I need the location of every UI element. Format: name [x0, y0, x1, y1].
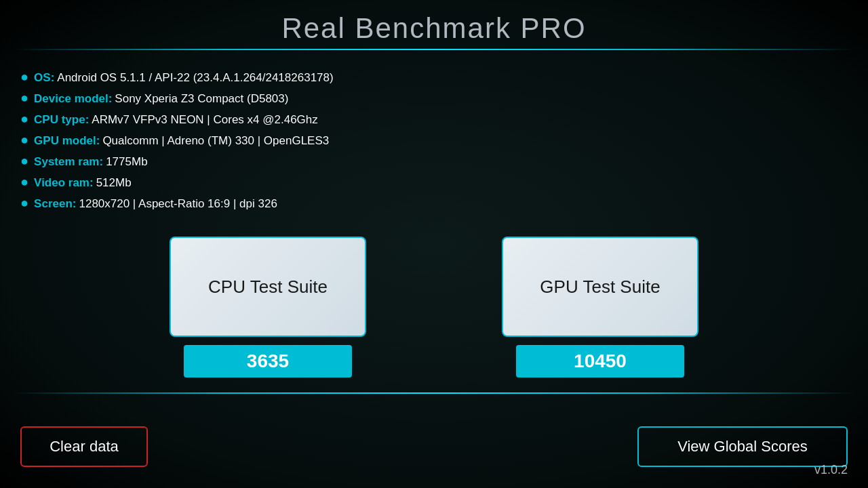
- bullet-system-ram: ●: [20, 153, 28, 169]
- info-section: ● OS: Android OS 5.1.1 / API-22 (23.4.A.…: [0, 56, 868, 216]
- cards-section: CPU Test Suite 3635 GPU Test Suite 10450: [0, 216, 868, 378]
- bottom-section: Clear data View Global Scores v1.0.2: [0, 394, 868, 488]
- bullet-screen: ●: [20, 195, 28, 211]
- bullet-device: ●: [20, 90, 28, 106]
- os-value: Android OS 5.1.1 / API-22 (23.4.A.1.264/…: [57, 71, 333, 85]
- video-ram-row: ● Video ram: 512Mb: [20, 174, 848, 190]
- screen-row: ● Screen: 868x488 | Aspect-Ratio 16:9 |…: [20, 195, 848, 211]
- gpu-score: 10450: [574, 350, 627, 372]
- os-label: OS:: [34, 71, 54, 85]
- device-model-value: Sony Xperia Z3 Compact (D5803): [115, 92, 288, 106]
- system-ram-label: System ram:: [34, 155, 103, 169]
- video-ram-value: 512Mb: [96, 176, 132, 190]
- bullet-gpu-model: ●: [20, 132, 28, 148]
- cpu-score: 3635: [247, 350, 289, 372]
- cpu-type-row: ● CPU type: ARMv7 VFPv3 NEON | Cores x4 …: [20, 111, 848, 127]
- cpu-type-label: CPU type:: [34, 113, 89, 127]
- cpu-test-card[interactable]: CPU Test Suite: [170, 237, 366, 337]
- gpu-score-badge: 10450: [516, 345, 684, 378]
- os-row: ● OS: Android OS 5.1.1 / API-22 (23.4.A.…: [20, 69, 848, 85]
- device-model-label: Device model:: [34, 92, 112, 106]
- screen-label: Screen:: [34, 197, 76, 211]
- cpu-card-label: CPU Test Suite: [208, 277, 328, 298]
- gpu-model-label: GPU model:: [34, 134, 100, 148]
- video-ram-label: Video ram:: [34, 176, 94, 190]
- device-model-row: ● Device model: Sony Xperia Z3 Compact (…: [20, 90, 848, 106]
- version-label: v1.0.2: [814, 463, 848, 477]
- bullet-os: ●: [20, 69, 28, 85]
- screen-value: 868x488 | Aspect-Ratio 16:9 | dpi 326: [79, 197, 277, 211]
- gpu-model-value: Qualcomm | Adreno (TM) 330 | OpenGLES3: [102, 134, 329, 148]
- cpu-score-badge: 3635: [184, 345, 352, 378]
- title-divider: [14, 49, 854, 50]
- bullet-video-ram: ●: [20, 174, 28, 190]
- view-global-scores-button[interactable]: View Global Scores: [637, 426, 848, 467]
- gpu-card-label: GPU Test Suite: [540, 277, 660, 298]
- gpu-card-wrapper: GPU Test Suite 10450: [502, 237, 698, 378]
- clear-data-button[interactable]: Clear data: [20, 426, 148, 467]
- gpu-model-row: ● GPU model: Qualcomm | Adreno (TM) 330 …: [20, 132, 848, 148]
- app-title: Real Benchmark PRO: [0, 12, 868, 45]
- cpu-type-value: ARMv7 VFPv3 NEON | Cores x4 @2.46Ghz: [92, 113, 317, 127]
- title-section: Real Benchmark PRO: [0, 0, 868, 56]
- app-container: Real Benchmark PRO ● OS: Android OS 5.1.…: [0, 0, 868, 488]
- bullet-cpu-type: ●: [20, 111, 28, 127]
- cpu-card-wrapper: CPU Test Suite 3635: [170, 237, 366, 378]
- system-ram-row: ● System ram: 1775Mb: [20, 153, 848, 169]
- gpu-test-card[interactable]: GPU Test Suite: [502, 237, 698, 337]
- system-ram-value: 1775Mb: [106, 155, 147, 169]
